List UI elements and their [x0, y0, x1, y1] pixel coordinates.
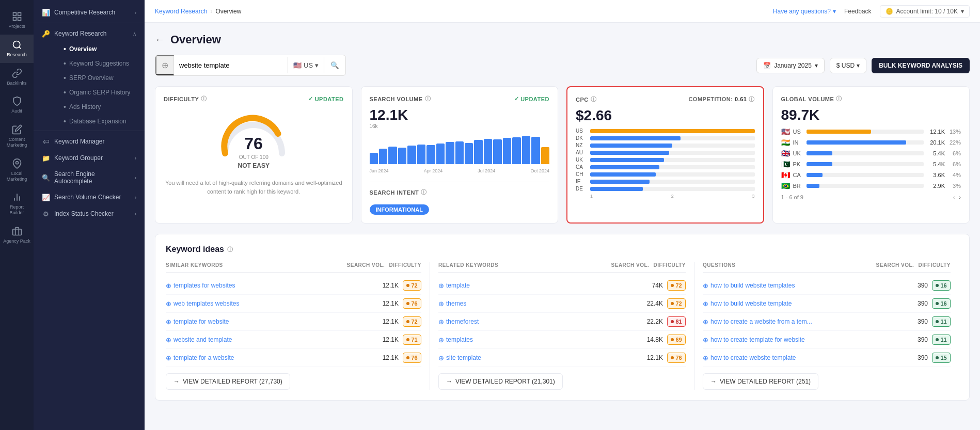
- cpc-bar-fill: [590, 187, 643, 191]
- competition-label: COMPETITION: 0.61 ⓘ: [688, 95, 754, 103]
- prev-page-icon[interactable]: ‹: [953, 194, 955, 200]
- keyword-link[interactable]: ⊕ how to create a website from a tem...: [703, 318, 913, 326]
- volume-checker-icon: 📈: [42, 193, 50, 201]
- difficulty-info-icon[interactable]: ⓘ: [201, 95, 207, 103]
- nav-research[interactable]: Research: [0, 35, 34, 63]
- nav-backlinks[interactable]: Backlinks: [0, 63, 34, 91]
- nav-report[interactable]: Report Builder: [0, 187, 34, 221]
- keyword-link[interactable]: ⊕ template for a website: [166, 354, 378, 362]
- topbar-right: Have any questions? ▾ Feedback 🪙 Account…: [773, 5, 970, 18]
- gv-info-icon[interactable]: ⓘ: [836, 95, 842, 103]
- sidebar-keyword-research[interactable]: 🔑 Keyword Research ∧: [34, 25, 145, 42]
- intent-info-icon[interactable]: ⓘ: [421, 188, 427, 196]
- vol-bar: [512, 137, 520, 164]
- currency-select[interactable]: $ USD ▾: [830, 58, 866, 73]
- similar-view-report-button[interactable]: → VIEW DETAILED REPORT (27,730): [166, 373, 290, 390]
- related-view-report-button[interactable]: → VIEW DETAILED REPORT (21,301): [438, 373, 563, 390]
- global-bar-fill: [807, 184, 819, 188]
- cpc-bar-row: CA: [576, 164, 755, 170]
- keyword-link[interactable]: ⊕ templates: [438, 336, 643, 344]
- cpc-info-icon[interactable]: ⓘ: [591, 95, 597, 103]
- breadcrumb-parent[interactable]: Keyword Research: [155, 8, 207, 15]
- keyword-link[interactable]: ⊕ templates for websites: [166, 282, 378, 290]
- sidebar-ads-history[interactable]: Ads History: [49, 100, 145, 114]
- questions-view-report-button[interactable]: → VIEW DETAILED REPORT (251): [703, 373, 818, 390]
- global-row: 🇧🇷 BR 2.9K 3%: [781, 182, 961, 190]
- sidebar-search-volume-checker[interactable]: 📈 Search Volume Checker ›: [34, 189, 145, 205]
- keyword-volume: 12.1K: [383, 354, 399, 361]
- cpc-bar-row: UK: [576, 157, 755, 163]
- bulk-keyword-analysis-button[interactable]: BULK KEYWORD ANALYSIS: [872, 58, 970, 73]
- table-row: ⊕ website and template 12.1K 71: [166, 331, 421, 349]
- nav-projects[interactable]: Projects: [0, 6, 34, 35]
- sidebar-overview[interactable]: Overview: [49, 42, 145, 56]
- diff-dot: [406, 284, 409, 287]
- sidebar-competitive-research[interactable]: 📊 Competitive Research ›: [34, 4, 145, 21]
- sidebar-keyword-suggestions[interactable]: Keyword Suggestions: [49, 56, 145, 71]
- chevron-down-icon: ▾: [833, 8, 836, 15]
- svg-rect-0: [13, 13, 16, 16]
- cpc-bar-row: AU: [576, 150, 755, 155]
- breadcrumb-separator: ›: [210, 8, 212, 15]
- sidebar-keyword-manager[interactable]: 🏷 Keyword Manager: [34, 133, 145, 150]
- nav-local[interactable]: Local Marketing: [0, 153, 34, 187]
- svg-rect-2: [13, 18, 16, 21]
- svg-rect-9: [12, 229, 21, 235]
- arrow-right-icon-2: →: [446, 378, 452, 385]
- keyword-link[interactable]: ⊕ themeforest: [438, 318, 643, 326]
- keyword-link[interactable]: ⊕ how to build website templates: [703, 282, 913, 290]
- keyword-link[interactable]: ⊕ template for website: [166, 318, 378, 326]
- page-title: Overview: [170, 33, 221, 46]
- sidebar-database-expansion[interactable]: Database Expansion: [49, 114, 145, 129]
- help-link[interactable]: Have any questions? ▾: [773, 8, 836, 15]
- difficulty-badge: 72: [403, 280, 421, 291]
- search-button[interactable]: 🔍: [324, 57, 345, 73]
- country-select[interactable]: 🇺🇸 US ▾: [288, 57, 324, 73]
- difficulty-badge: 71: [403, 335, 421, 345]
- date-picker[interactable]: 📅 January 2025 ▾: [756, 58, 825, 73]
- sidebar-serp-overview[interactable]: SERP Overview: [49, 71, 145, 85]
- sidebar-keyword-grouper[interactable]: 📁 Keyword Grouper ›: [34, 150, 145, 166]
- global-num: 3.6K: [927, 172, 945, 178]
- add-keyword-button[interactable]: ⊕: [155, 55, 174, 75]
- svg-text:76: 76: [244, 134, 263, 153]
- chevron-right-icon: ›: [135, 10, 136, 15]
- search-input[interactable]: [174, 57, 288, 73]
- keyword-link[interactable]: ⊕ how to build website template: [703, 300, 913, 308]
- keyword-research-icon: 🔑: [42, 29, 50, 38]
- comp-info-icon[interactable]: ⓘ: [749, 96, 755, 102]
- diff-dot: [671, 320, 674, 323]
- back-button[interactable]: ←: [155, 35, 164, 45]
- sidebar-search-engine-autocomplete[interactable]: 🔍 Search Engine Autocomplete ›: [34, 166, 145, 189]
- global-country-code: UK: [793, 150, 803, 156]
- cpc-country-label: CA: [576, 164, 587, 170]
- keyword-link[interactable]: ⊕ template: [438, 282, 648, 290]
- sidebar-index-status-checker[interactable]: ⚙ Index Status Checker ›: [34, 205, 145, 222]
- main-content: Keyword Research › Overview Have any que…: [145, 0, 980, 430]
- keyword-link[interactable]: ⊕ site template: [438, 354, 643, 362]
- keyword-link[interactable]: ⊕ how to create template for website: [703, 336, 913, 344]
- sidebar-organic-serp[interactable]: Organic SERP History: [49, 85, 145, 100]
- cpc-bar-bg: [590, 187, 755, 191]
- nav-audit[interactable]: Audit: [0, 91, 34, 119]
- keyword-link[interactable]: ⊕ how to create website template: [703, 354, 913, 362]
- sv-info-icon[interactable]: ⓘ: [425, 95, 431, 103]
- difficulty-label: DIFFICULTY ⓘ ✓ Updated: [164, 95, 344, 103]
- nav-agency[interactable]: Agency Pack: [0, 221, 34, 249]
- keyword-volume: 12.1K: [647, 354, 663, 361]
- nav-content[interactable]: Content Marketing: [0, 119, 34, 153]
- similar-keywords-col: SIMILAR KEYWORDS SEARCH VOL. DIFFICULTY …: [166, 262, 430, 390]
- keyword-link[interactable]: ⊕ website and template: [166, 336, 378, 344]
- vol-bar: [474, 140, 482, 164]
- global-num: 5.4K: [927, 161, 945, 167]
- ki-info-icon[interactable]: ⓘ: [227, 246, 233, 253]
- global-country-code: CA: [793, 172, 803, 178]
- chevron-down-icon: ∧: [133, 31, 136, 37]
- next-page-icon[interactable]: ›: [959, 194, 961, 200]
- global-flag-icon: 🇧🇷: [781, 182, 790, 190]
- keyword-link[interactable]: ⊕ web templates websites: [166, 300, 378, 308]
- page-header: ← Overview: [155, 33, 970, 46]
- feedback-button[interactable]: Feedback: [844, 8, 872, 15]
- cpc-card: CPC ⓘ COMPETITION: 0.61 ⓘ $2.66 US DK: [566, 86, 764, 224]
- keyword-link[interactable]: ⊕ themes: [438, 300, 643, 308]
